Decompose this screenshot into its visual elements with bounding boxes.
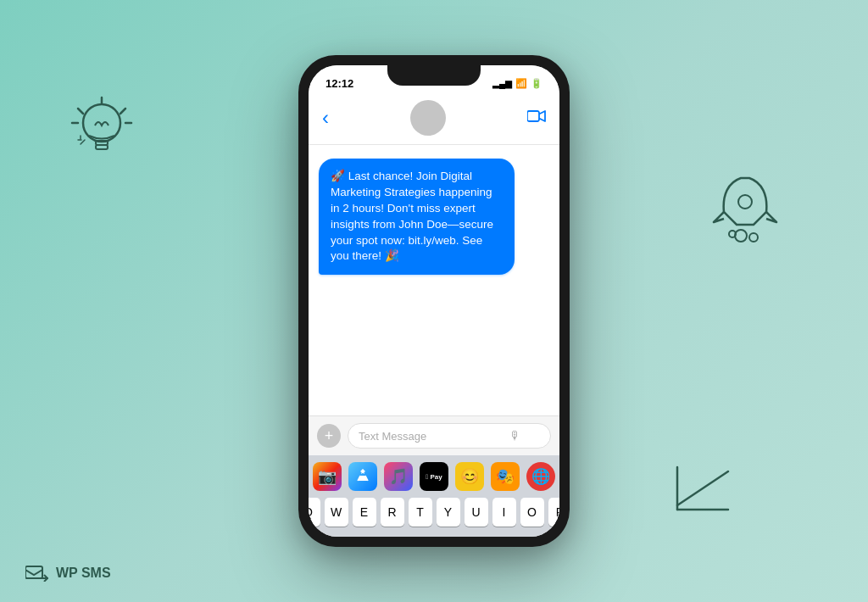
signal-icon: ▂▄▆ bbox=[492, 79, 512, 88]
status-time: 12:12 bbox=[326, 77, 353, 90]
keyboard-row-qwerty: Q W E R T Y U I O P bbox=[312, 498, 556, 527]
svg-rect-6 bbox=[96, 141, 108, 145]
status-icons: ▂▄▆ 📶 🔋 bbox=[492, 78, 542, 89]
message-input-area: + Text Message 🎙 bbox=[309, 415, 559, 455]
phone-mockup: 12:12 ▂▄▆ 📶 🔋 ‹ bbox=[298, 55, 570, 547]
chart-decoration bbox=[673, 463, 732, 517]
photos-app-icon[interactable]: 📷 bbox=[313, 462, 342, 491]
memoji2-icon[interactable]: 🎭 bbox=[491, 462, 520, 491]
plus-icon: + bbox=[325, 428, 334, 443]
phone-notch bbox=[387, 65, 481, 86]
wpsms-logo: WP SMS bbox=[25, 565, 111, 582]
svg-line-8 bbox=[81, 140, 85, 144]
keyboard: 📷 🎵  Pay 😊 bbox=[309, 455, 559, 537]
message-bubble: 🚀 Last chance! Join Digital Marketing St… bbox=[319, 159, 515, 275]
svg-point-0 bbox=[83, 104, 120, 142]
key-Q[interactable]: Q bbox=[309, 498, 320, 527]
keyboard-apps-row: 📷 🎵  Pay 😊 bbox=[312, 462, 556, 491]
key-O[interactable]: O bbox=[520, 498, 544, 527]
key-W[interactable]: W bbox=[325, 498, 348, 527]
key-P[interactable]: P bbox=[548, 498, 560, 527]
battery-icon: 🔋 bbox=[531, 78, 542, 89]
svg-rect-7 bbox=[96, 145, 108, 149]
wifi-icon: 📶 bbox=[515, 78, 527, 89]
plus-button[interactable]: + bbox=[317, 424, 341, 448]
wpsms-label: WP SMS bbox=[56, 566, 111, 581]
svg-line-2 bbox=[78, 109, 83, 114]
back-button[interactable]: ‹ bbox=[322, 106, 329, 130]
video-call-button[interactable] bbox=[527, 109, 546, 126]
svg-point-14 bbox=[729, 231, 736, 237]
svg-line-3 bbox=[120, 109, 125, 114]
svg-rect-20 bbox=[25, 566, 42, 578]
music-icon[interactable]: 🎵 bbox=[384, 462, 413, 491]
bulb-decoration bbox=[68, 93, 136, 173]
nav-bar: ‹ bbox=[309, 93, 559, 145]
key-E[interactable]: E bbox=[353, 498, 376, 527]
message-text-input[interactable]: Text Message 🎙 bbox=[348, 423, 551, 449]
key-U[interactable]: U bbox=[465, 498, 488, 527]
phone-screen: 12:12 ▂▄▆ 📶 🔋 ‹ bbox=[309, 65, 559, 537]
messages-area: 🚀 Last chance! Join Digital Marketing St… bbox=[309, 145, 559, 415]
text-message-placeholder: Text Message bbox=[359, 430, 426, 443]
rocket-decoration bbox=[707, 170, 775, 249]
applepay-icon[interactable]:  Pay bbox=[420, 462, 448, 491]
appstore-icon[interactable] bbox=[348, 462, 377, 491]
translate-icon[interactable]: 🌐 bbox=[526, 462, 555, 491]
phone-frame: 12:12 ▂▄▆ 📶 🔋 ‹ bbox=[298, 55, 570, 547]
mic-icon: 🎙 bbox=[509, 429, 521, 443]
key-T[interactable]: T bbox=[409, 498, 432, 527]
svg-point-13 bbox=[749, 233, 758, 242]
svg-point-12 bbox=[735, 230, 747, 242]
key-Y[interactable]: Y bbox=[437, 498, 460, 527]
memoji1-icon[interactable]: 😊 bbox=[455, 462, 484, 491]
svg-rect-17 bbox=[527, 111, 539, 121]
key-R[interactable]: R bbox=[381, 498, 404, 527]
contact-avatar bbox=[410, 100, 446, 136]
svg-point-11 bbox=[738, 195, 752, 209]
key-I[interactable]: I bbox=[492, 498, 516, 527]
message-text: 🚀 Last chance! Join Digital Marketing St… bbox=[331, 170, 493, 262]
